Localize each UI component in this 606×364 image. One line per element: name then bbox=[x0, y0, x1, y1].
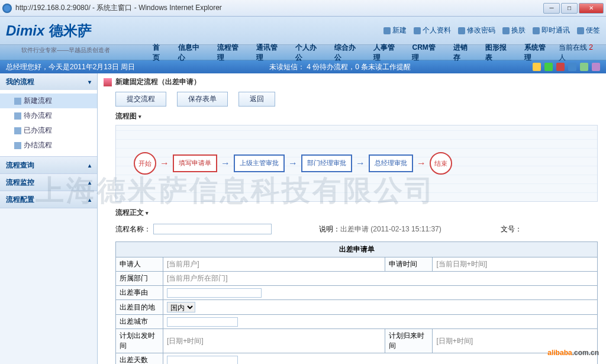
window-title: http://192.168.0.2:9080/ - 系统主窗口 - Windo… bbox=[15, 3, 543, 13]
nav-stock[interactable]: 进销存 bbox=[449, 40, 478, 65]
exit-icon[interactable] bbox=[592, 63, 600, 71]
alert-icon[interactable] bbox=[556, 63, 565, 71]
status-bar: 总经理您好，今天是2011年2月13日 周日 未读短信： 4 份待办流程，0 条… bbox=[0, 60, 606, 73]
applicant-label: 申请人 bbox=[116, 257, 163, 272]
side-header-monitor[interactable]: 流程监控▴ bbox=[0, 174, 97, 191]
link-password[interactable]: 修改密码 bbox=[458, 25, 495, 36]
desc-value: 出差申请 (2011-02-13 15:11:37) bbox=[340, 224, 441, 234]
nav-home[interactable]: 首页 bbox=[148, 40, 171, 65]
doc-icon bbox=[14, 142, 21, 149]
flow-step-4[interactable]: 总经理审批 bbox=[369, 154, 413, 172]
form-icon bbox=[104, 78, 112, 86]
nav-report[interactable]: 图形报表 bbox=[481, 40, 517, 65]
sidebar-item-done[interactable]: 已办流程 bbox=[0, 123, 97, 138]
days-label: 出差天数 bbox=[116, 353, 163, 365]
status-icons bbox=[533, 63, 600, 71]
new-icon bbox=[383, 27, 391, 34]
flow-step-2[interactable]: 上级主管审批 bbox=[234, 154, 285, 172]
minimize-button[interactable]: ─ bbox=[543, 3, 560, 14]
password-icon bbox=[458, 27, 465, 34]
nav-crm[interactable]: CRM管理 bbox=[407, 40, 446, 65]
logo-en: Dimix bbox=[6, 22, 44, 39]
refresh-icon[interactable] bbox=[544, 63, 553, 71]
side-header-query[interactable]: 流程查询▴ bbox=[0, 157, 97, 173]
depart-label: 计划出发时间 bbox=[116, 329, 163, 353]
chevron-down-icon: ▾ bbox=[88, 79, 91, 85]
nav-info[interactable]: 信息中心 bbox=[173, 40, 210, 65]
doc-icon bbox=[14, 127, 21, 134]
skin-icon bbox=[502, 27, 510, 34]
flow-end[interactable]: 结束 bbox=[430, 152, 452, 175]
arrow-icon: → bbox=[356, 158, 365, 169]
docno-label: 文号： bbox=[501, 224, 522, 234]
arrow-icon: → bbox=[417, 158, 426, 169]
im-icon bbox=[533, 27, 540, 34]
tool-icon[interactable] bbox=[568, 63, 576, 71]
sidebar-item-todo[interactable]: 待办流程 bbox=[0, 108, 97, 123]
flow-start[interactable]: 开始 bbox=[134, 152, 156, 175]
ie-icon bbox=[2, 4, 12, 13]
home-icon[interactable] bbox=[533, 63, 541, 71]
status-greeting: 总经理您好，今天是2011年2月13日 周日 bbox=[6, 62, 269, 72]
return-value[interactable]: [日期+时间] bbox=[436, 337, 473, 345]
link-new[interactable]: 新建 bbox=[383, 25, 407, 36]
link-note[interactable]: 便签 bbox=[577, 25, 600, 36]
city-input[interactable] bbox=[167, 317, 238, 327]
arrow-icon: → bbox=[160, 158, 169, 169]
flowname-label: 流程名称： bbox=[115, 224, 151, 234]
dest-label: 出差目的地 bbox=[116, 300, 163, 315]
applicant-cell: [当前用户] bbox=[163, 257, 385, 272]
side-header-myflow[interactable]: 我的流程▾ bbox=[0, 73, 97, 90]
body-label: 流程正文 ▾ bbox=[115, 208, 600, 218]
form-section: 流程名称： 说明： 出差申请 (2011-02-13 15:11:37) 文号：… bbox=[115, 221, 598, 364]
page-title: 新建固定流程（出差申请） bbox=[104, 77, 600, 87]
dest-select[interactable]: 国内 bbox=[167, 302, 195, 313]
sidebar-item-newflow[interactable]: 新建流程 bbox=[0, 94, 97, 108]
dept-label: 所属部门 bbox=[116, 272, 163, 286]
flow-step-3[interactable]: 部门经理审批 bbox=[301, 154, 352, 172]
applytime-label: 申请时间 bbox=[385, 257, 433, 272]
nav-comm[interactable]: 通讯管理 bbox=[252, 40, 288, 65]
maximize-button[interactable]: □ bbox=[561, 3, 578, 14]
chevron-up-icon: ▴ bbox=[88, 179, 91, 186]
collapse-icon[interactable]: ▾ bbox=[146, 210, 149, 216]
window-titlebar: http://192.168.0.2:9080/ - 系统主窗口 - Windo… bbox=[0, 0, 606, 17]
back-button[interactable]: 返回 bbox=[238, 92, 275, 107]
online-count: 当前在线 2 人 bbox=[559, 43, 606, 63]
arrow-icon: → bbox=[221, 158, 230, 169]
profile-icon bbox=[414, 27, 421, 34]
nav-office[interactable]: 综合办公 bbox=[330, 40, 366, 65]
link-im[interactable]: 即时通讯 bbox=[533, 25, 570, 36]
reason-input[interactable] bbox=[167, 288, 262, 298]
link-profile[interactable]: 个人资料 bbox=[414, 25, 451, 36]
window-controls: ─ □ ✕ bbox=[543, 3, 604, 14]
chevron-up-icon: ▴ bbox=[88, 197, 91, 203]
desc-label: 说明： bbox=[319, 224, 340, 234]
collapse-icon[interactable]: ▾ bbox=[138, 114, 141, 120]
form-title: 出差申请单 bbox=[116, 242, 598, 257]
slogan: 软件行业专家——早越品质创造者 bbox=[21, 46, 110, 54]
submit-button[interactable]: 提交流程 bbox=[115, 92, 166, 107]
logo-cn: 德米萨 bbox=[49, 21, 92, 40]
sidebar: 我的流程▾ 新建流程 待办流程 已办流程 办结流程 流程查询▴ 流程监控▴ 流程… bbox=[0, 73, 98, 364]
main-area: 我的流程▾ 新建流程 待办流程 已办流程 办结流程 流程查询▴ 流程监控▴ 流程… bbox=[0, 73, 606, 364]
nav-flow[interactable]: 流程管理 bbox=[212, 40, 249, 65]
flowname-input[interactable] bbox=[153, 224, 272, 234]
save-button[interactable]: 保存表单 bbox=[177, 92, 228, 107]
flow-step-1[interactable]: 填写申请单 bbox=[173, 154, 217, 172]
close-button[interactable]: ✕ bbox=[579, 3, 604, 14]
chevron-up-icon: ▴ bbox=[88, 162, 91, 169]
nav-system[interactable]: 系统管理 bbox=[520, 40, 556, 65]
meta-row: 流程名称： 说明： 出差申请 (2011-02-13 15:11:37) 文号： bbox=[115, 221, 598, 237]
depart-value[interactable]: [日期+时间] bbox=[167, 337, 204, 345]
days-input[interactable] bbox=[167, 356, 238, 365]
link-skin[interactable]: 换肤 bbox=[502, 25, 526, 36]
arrow-icon: → bbox=[288, 158, 298, 169]
misc-icon[interactable] bbox=[580, 63, 588, 71]
side-header-config[interactable]: 流程配置▴ bbox=[0, 191, 97, 208]
nav-personal[interactable]: 个人办公 bbox=[291, 40, 327, 65]
logo: Dimix 德米萨 bbox=[6, 21, 92, 40]
flowchart: 开始 → 填写申请单 → 上级主管审批 → 部门经理审批 → 总经理审批 → 结… bbox=[115, 125, 598, 202]
sidebar-item-finished[interactable]: 办结流程 bbox=[0, 138, 97, 153]
nav-hr[interactable]: 人事管理 bbox=[369, 40, 405, 65]
